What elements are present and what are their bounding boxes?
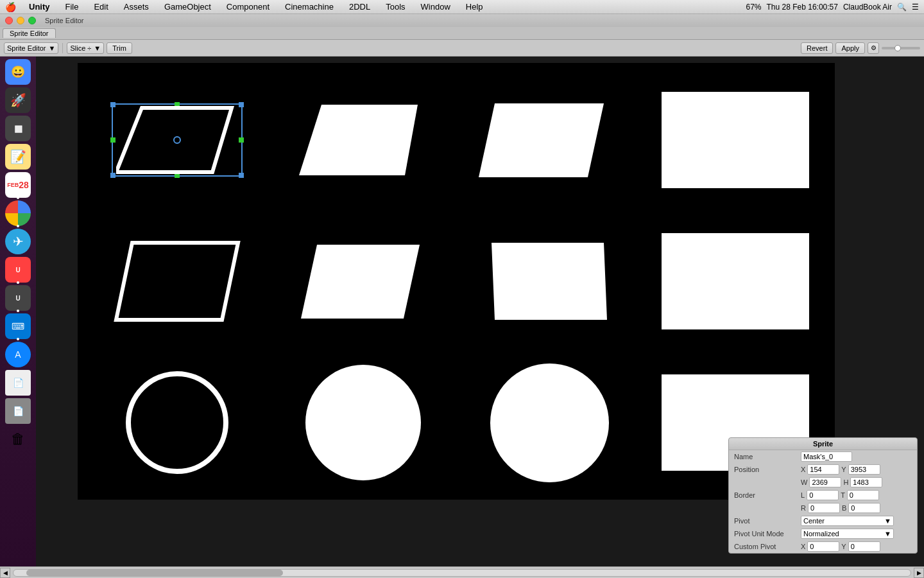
menu-cinemachine[interactable]: Cinemachine: [282, 2, 336, 12]
menu-2ddl[interactable]: 2DDL: [346, 2, 373, 12]
window-title: Sprite Editor: [45, 17, 84, 24]
border-b-input[interactable]: [848, 503, 880, 513]
pos-x-input[interactable]: [807, 464, 839, 475]
sprite-canvas[interactable]: [78, 63, 835, 500]
name-label: Name: [734, 453, 798, 460]
t-label: T: [841, 491, 845, 499]
scroll-right-arrow[interactable]: ▶: [914, 568, 924, 578]
zoom-slider-thumb: [894, 45, 901, 51]
position-xy: X Y: [801, 464, 880, 475]
parallelogram-filled-shape-2: [485, 240, 613, 323]
sprite-name-row: Name: [729, 450, 917, 463]
maximize-button[interactable]: [28, 17, 36, 24]
circle-filled-shape-2: [490, 363, 609, 482]
unity-dock-icon-1[interactable]: U: [5, 257, 31, 283]
calendar-dock-icon[interactable]: FEB 28: [5, 172, 31, 198]
toolbar-right: Revert Apply ⚙: [801, 42, 920, 54]
vscode-dock-icon[interactable]: ⌨: [5, 313, 31, 339]
apply-button[interactable]: Apply: [835, 42, 865, 54]
launchpad-dock-icon[interactable]: 🚀: [5, 87, 31, 113]
trim-button[interactable]: Trim: [107, 42, 132, 54]
sprite-editor-label: Sprite Editor: [7, 44, 46, 52]
sprite-cell-2-1[interactable]: [270, 352, 456, 493]
wh-xy: W H: [801, 477, 882, 487]
settings-icon[interactable]: ⚙: [868, 42, 879, 54]
unity-hub-dock-icon[interactable]: ▦: [5, 116, 31, 141]
pos-h-input[interactable]: [850, 477, 882, 487]
menu-assets[interactable]: Assets: [121, 2, 151, 12]
sprite-cell-0-2[interactable]: [456, 69, 642, 211]
zoom-slider-container: [882, 47, 920, 49]
custom-pivot-y-input[interactable]: [848, 541, 880, 552]
close-button[interactable]: [5, 17, 13, 24]
apple-menu[interactable]: 🍎: [5, 2, 16, 12]
border-l-input[interactable]: [807, 490, 839, 500]
sprite-properties-panel: Sprite Name Position X Y W: [728, 437, 918, 554]
notes-dock-icon[interactable]: 📝: [5, 144, 31, 170]
sprite-cell-0-0[interactable]: [84, 69, 270, 211]
sprite-wh-row: W H: [729, 476, 917, 489]
unity-dock-icon-2[interactable]: U: [5, 285, 31, 311]
menu-file[interactable]: File: [63, 2, 81, 12]
border-t-input[interactable]: [847, 490, 879, 500]
b-label: B: [842, 504, 846, 512]
sprite-editor-dropdown[interactable]: Sprite Editor ▼: [4, 42, 58, 54]
r-label: R: [801, 504, 806, 512]
sprite-cell-1-2[interactable]: [456, 211, 642, 352]
search-icon[interactable]: 🔍: [897, 3, 907, 12]
menu-window[interactable]: Window: [418, 2, 453, 12]
trapezoid-filled-shape-2: [479, 100, 620, 180]
sprite-cell-0-1[interactable]: [270, 69, 456, 211]
menu-unity[interactable]: Unity: [26, 2, 53, 12]
custom-pivot-xy: X Y: [801, 541, 880, 552]
pivot-dropdown[interactable]: Center ▼: [801, 516, 894, 526]
sprite-cell-2-2[interactable]: [456, 352, 642, 493]
appstore-dock-icon[interactable]: A: [5, 342, 31, 367]
menu-icon[interactable]: ☰: [912, 3, 919, 12]
pivot-label: Pivot: [734, 517, 798, 525]
telegram-dock-icon[interactable]: ✈: [5, 229, 31, 254]
parallelogram-filled-shape-1: [301, 241, 426, 322]
sprite-cell-0-3[interactable]: [642, 69, 828, 211]
datetime: Thu 28 Feb 16:00:57: [767, 3, 838, 12]
sprite-cell-1-1[interactable]: [270, 211, 456, 352]
script-dock-icon-1[interactable]: 📄: [5, 370, 31, 396]
pos-w-input[interactable]: [809, 477, 841, 487]
slice-dropdown[interactable]: Slice ÷ ▼: [67, 42, 104, 54]
sprite-cell-2-0[interactable]: [84, 352, 270, 493]
name-input[interactable]: [801, 451, 852, 462]
menu-gameobject[interactable]: GameObject: [162, 2, 214, 12]
script-dock-icon-2[interactable]: 📄: [5, 398, 31, 424]
tab-bar: Sprite Editor: [0, 27, 924, 40]
menu-component[interactable]: Component: [224, 2, 272, 12]
sprite-cell-1-0[interactable]: [84, 211, 270, 352]
window-chrome: Sprite Editor: [0, 14, 924, 27]
zoom-slider[interactable]: [882, 47, 920, 49]
menu-help[interactable]: Help: [463, 2, 486, 12]
pos-y-input[interactable]: [848, 464, 880, 475]
revert-button[interactable]: Revert: [801, 42, 833, 54]
rect-white-shape-2: [662, 233, 809, 329]
toolbar: Sprite Editor ▼ Slice ÷ ▼ Trim Revert Ap…: [0, 40, 924, 57]
sprite-cell-1-3[interactable]: [642, 211, 828, 352]
svg-marker-4: [301, 245, 420, 319]
h-label: H: [843, 478, 848, 486]
position-label: Position: [734, 466, 798, 473]
minimize-button[interactable]: [17, 17, 24, 24]
scroll-left-arrow[interactable]: ◀: [0, 568, 10, 578]
parallelogram-outline-shape: [113, 240, 241, 323]
menu-tools[interactable]: Tools: [383, 2, 407, 12]
svg-marker-2: [479, 103, 604, 177]
sprite-editor-tab[interactable]: Sprite Editor: [3, 28, 56, 38]
pivot-unit-dropdown[interactable]: Normalized ▼: [801, 529, 894, 539]
border-r-input[interactable]: [808, 503, 840, 513]
finder-dock-icon[interactable]: 😀: [5, 59, 31, 85]
menu-edit[interactable]: Edit: [91, 2, 110, 12]
pivot-unit-label: Pivot Unit Mode: [734, 530, 798, 538]
custom-pivot-x-input[interactable]: [807, 541, 839, 552]
sprite-pivot-unit-row: Pivot Unit Mode Normalized ▼: [729, 527, 917, 540]
x-label-pos: X: [801, 466, 805, 473]
trash-dock-icon[interactable]: 🗑: [5, 426, 31, 452]
horizontal-scrollbar[interactable]: [13, 569, 911, 577]
chrome-dock-icon[interactable]: [5, 200, 31, 226]
